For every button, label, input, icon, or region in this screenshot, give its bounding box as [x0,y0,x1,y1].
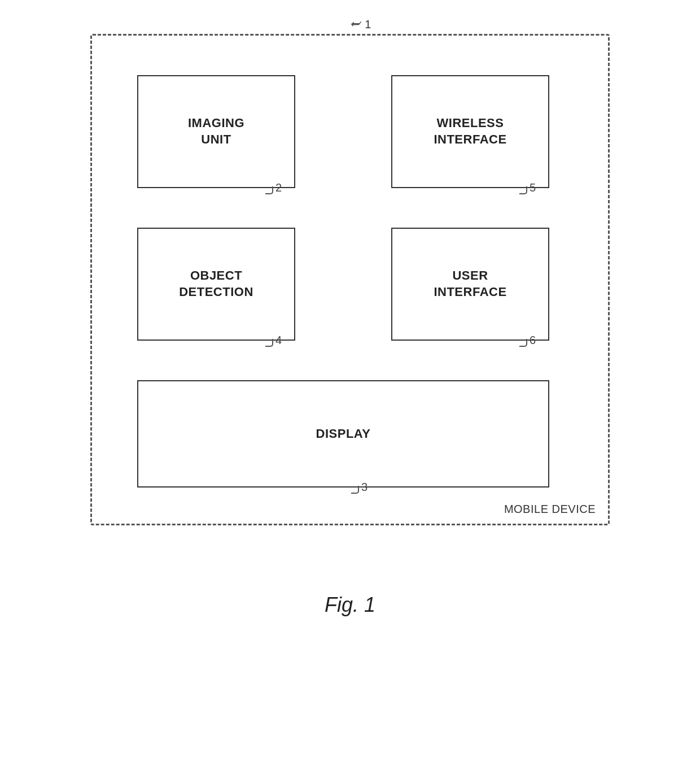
wireless-interface-box: WIRELESSINTERFACE [391,75,549,188]
ref-6-label: 6 [530,334,536,347]
ref-2-bracket [265,186,273,194]
ref-5-label: 5 [530,181,536,194]
user-interface-box: USERINTERFACE [391,228,549,341]
display-label: DISPLAY [316,426,371,442]
ref-2-container: 2 [265,181,282,194]
user-interface-label: USERINTERFACE [434,268,506,300]
object-detection-label: OBJECTDETECTION [179,268,253,300]
ref-4-bracket [265,339,273,347]
ref-2-label: 2 [275,181,282,194]
diagram-area: ⮨ 1 MOBILE DEVICE IMAGINGUNIT WIRELESSIN… [79,23,621,576]
ref-1-label: ⮨ 1 [350,17,371,32]
object-detection-box: OBJECTDETECTION [137,228,295,341]
display-box: DISPLAY [137,380,549,488]
ref-5-container: 5 [519,181,536,194]
page: ⮨ 1 MOBILE DEVICE IMAGINGUNIT WIRELESSIN… [0,0,700,779]
ref-3-label: 3 [361,481,368,494]
mobile-device-box: MOBILE DEVICE IMAGINGUNIT WIRELESSINTERF… [90,34,610,525]
ref-4-label: 4 [275,334,282,347]
figure-label: Fig. 1 [325,593,375,617]
ref-6-bracket [519,339,527,347]
ref-3-container: 3 [351,481,368,494]
imaging-unit-box: IMAGINGUNIT [137,75,295,188]
wireless-interface-label: WIRELESSINTERFACE [434,115,506,147]
ref-5-bracket [519,186,527,194]
ref-6-container: 6 [519,334,536,347]
imaging-unit-label: IMAGINGUNIT [188,115,244,147]
ref-4-container: 4 [265,334,282,347]
mobile-device-label: MOBILE DEVICE [504,503,596,516]
ref-3-bracket [351,486,359,494]
